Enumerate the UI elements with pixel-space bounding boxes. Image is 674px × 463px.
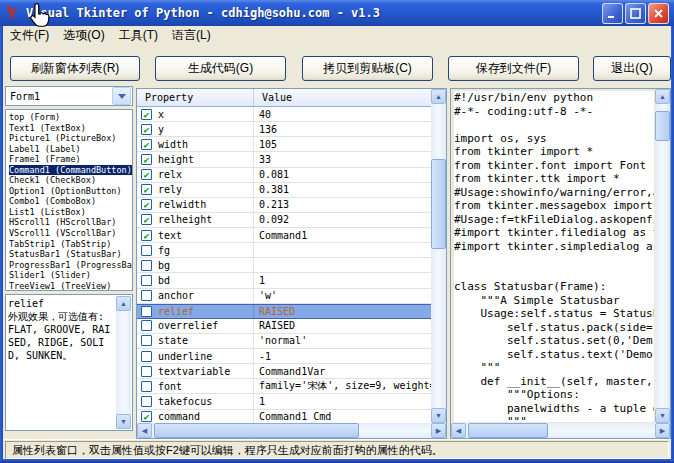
- scroll-down-icon[interactable]: ▼: [655, 408, 670, 423]
- checkbox-checked-icon[interactable]: ✔: [141, 214, 152, 225]
- property-row-bg[interactable]: bg: [137, 258, 431, 273]
- scroll-up-icon[interactable]: ▲: [431, 89, 446, 104]
- copy-to-clipboard-button[interactable]: 拷贝到剪贴板(C): [302, 56, 433, 81]
- property-value[interactable]: Command1Var: [254, 366, 431, 377]
- property-value[interactable]: 'w': [254, 290, 431, 301]
- column-header-property[interactable]: Property: [137, 89, 254, 106]
- list-item[interactable]: Picture1 (PictureBox): [6, 133, 132, 144]
- list-item[interactable]: ProgressBar1 (ProgressBar): [6, 260, 132, 271]
- close-button[interactable]: [648, 3, 669, 24]
- checkbox-checked-icon[interactable]: ✔: [141, 169, 152, 180]
- property-vscrollbar[interactable]: ▲ ▼: [431, 89, 446, 423]
- property-row-relief[interactable]: reliefRAISED: [137, 304, 431, 319]
- scrollbar-thumb[interactable]: [431, 159, 446, 249]
- list-item[interactable]: Command1 (CommandButton): [6, 165, 132, 176]
- property-row-font[interactable]: fontfamily='宋体', size=9, weight='norma..…: [137, 379, 431, 394]
- list-item[interactable]: Label1 (Label): [6, 144, 132, 155]
- property-row-relheight[interactable]: ✔relheight0.092: [137, 213, 431, 228]
- scroll-right-icon[interactable]: ▶: [431, 423, 446, 438]
- property-value[interactable]: RAISED: [254, 306, 431, 317]
- checkbox-unchecked-icon[interactable]: [141, 396, 152, 407]
- property-row-state[interactable]: state'normal': [137, 334, 431, 349]
- property-row-rely[interactable]: ✔rely0.381: [137, 183, 431, 198]
- property-row-fg[interactable]: fg: [137, 243, 431, 258]
- checkbox-unchecked-icon[interactable]: [141, 275, 152, 286]
- property-row-width[interactable]: ✔width105: [137, 137, 431, 152]
- checkbox-unchecked-icon[interactable]: [141, 366, 152, 377]
- list-item[interactable]: TabStrip1 (TabStrip): [6, 239, 132, 250]
- checkbox-checked-icon[interactable]: ✔: [141, 184, 152, 195]
- menu-options[interactable]: 选项(O): [56, 25, 111, 46]
- list-item[interactable]: Combo1 (ComboBox): [6, 196, 132, 207]
- property-row-relx[interactable]: ✔relx0.081: [137, 168, 431, 183]
- refresh-forms-button[interactable]: 刷新窗体列表(R): [10, 56, 140, 81]
- property-row-underline[interactable]: underline-1: [137, 349, 431, 364]
- checkbox-checked-icon[interactable]: ✔: [141, 154, 152, 165]
- property-hscrollbar[interactable]: ◀ ▶: [137, 423, 446, 438]
- code-hscrollbar[interactable]: ◀ ▶: [451, 423, 670, 438]
- property-value[interactable]: 1: [254, 275, 431, 286]
- property-value[interactable]: -1: [254, 351, 431, 362]
- property-value[interactable]: 0.213: [254, 199, 431, 210]
- property-value[interactable]: 136: [254, 124, 431, 135]
- scroll-left-icon[interactable]: ◀: [137, 423, 152, 438]
- code-vscrollbar[interactable]: ▲ ▼: [655, 89, 670, 423]
- checkbox-checked-icon[interactable]: ✔: [141, 411, 152, 422]
- checkbox-checked-icon[interactable]: ✔: [141, 109, 152, 120]
- list-item[interactable]: StatusBar1 (StatusBar): [6, 249, 132, 260]
- checkbox-unchecked-icon[interactable]: [141, 245, 152, 256]
- menu-language[interactable]: 语言(L): [165, 25, 218, 46]
- menu-tools[interactable]: 工具(T): [112, 25, 165, 46]
- quit-button[interactable]: 退出(Q): [593, 56, 671, 81]
- list-item[interactable]: Text1 (TextBox): [6, 123, 132, 134]
- chevron-down-icon[interactable]: [112, 87, 131, 105]
- checkbox-unchecked-icon[interactable]: [141, 290, 152, 301]
- generate-code-button[interactable]: 生成代码(G): [155, 56, 286, 81]
- code-text[interactable]: #!/usr/bin/env python #-*- coding:utf-8 …: [454, 91, 654, 422]
- property-value[interactable]: 1: [254, 396, 431, 407]
- checkbox-unchecked-icon[interactable]: [141, 335, 152, 346]
- scrollbar-thumb[interactable]: [468, 423, 548, 438]
- list-item[interactable]: TreeView1 (TreeView): [6, 281, 132, 291]
- property-value[interactable]: 0.092: [254, 214, 431, 225]
- checkbox-unchecked-icon[interactable]: [141, 260, 152, 271]
- property-row-relwidth[interactable]: ✔relwidth0.213: [137, 198, 431, 213]
- list-item[interactable]: Slider1 (Slider): [6, 270, 132, 281]
- property-row-x[interactable]: ✔x40: [137, 107, 431, 122]
- property-row-textvariable[interactable]: textvariableCommand1Var: [137, 364, 431, 379]
- scroll-down-icon[interactable]: ▼: [431, 408, 446, 423]
- scrollbar-thumb[interactable]: [655, 111, 670, 141]
- column-header-value[interactable]: Value: [254, 89, 431, 106]
- scroll-up-icon[interactable]: ▲: [116, 296, 131, 311]
- property-row-takefocus[interactable]: takefocus1: [137, 394, 431, 409]
- checkbox-checked-icon[interactable]: ✔: [141, 124, 152, 135]
- checkbox-unchecked-icon[interactable]: [141, 381, 152, 392]
- list-item[interactable]: Option1 (OptionButton): [6, 186, 132, 197]
- list-item[interactable]: List1 (ListBox): [6, 207, 132, 218]
- scroll-down-icon[interactable]: ▼: [116, 414, 131, 429]
- property-value[interactable]: 0.381: [254, 184, 431, 195]
- property-row-height[interactable]: ✔height33: [137, 152, 431, 167]
- form-selector[interactable]: Form1: [5, 86, 133, 106]
- property-value[interactable]: Command1: [254, 230, 431, 241]
- property-row-bd[interactable]: bd1: [137, 273, 431, 288]
- scroll-left-icon[interactable]: ◀: [451, 423, 466, 438]
- checkbox-unchecked-icon[interactable]: [141, 306, 152, 317]
- property-value[interactable]: 40: [254, 109, 431, 120]
- checkbox-checked-icon[interactable]: ✔: [141, 230, 152, 241]
- maximize-button[interactable]: [625, 3, 646, 24]
- checkbox-unchecked-icon[interactable]: [141, 351, 152, 362]
- help-scrollbar[interactable]: ▲ ▼: [116, 296, 131, 429]
- save-to-file-button[interactable]: 保存到文件(F): [448, 56, 579, 81]
- list-item[interactable]: HScroll1 (HScrollBar): [6, 217, 132, 228]
- checkbox-unchecked-icon[interactable]: [141, 320, 152, 331]
- scroll-up-icon[interactable]: ▲: [655, 89, 670, 104]
- property-row-y[interactable]: ✔y136: [137, 122, 431, 137]
- list-item[interactable]: VScroll1 (VScrollBar): [6, 228, 132, 239]
- property-value[interactable]: 0.081: [254, 169, 431, 180]
- property-value[interactable]: RAISED: [254, 320, 431, 331]
- property-value[interactable]: family='宋体', size=9, weight='norma...: [254, 379, 431, 393]
- list-item[interactable]: Check1 (CheckBox): [6, 175, 132, 186]
- property-value[interactable]: 'normal': [254, 335, 431, 346]
- property-row-anchor[interactable]: anchor'w': [137, 289, 431, 304]
